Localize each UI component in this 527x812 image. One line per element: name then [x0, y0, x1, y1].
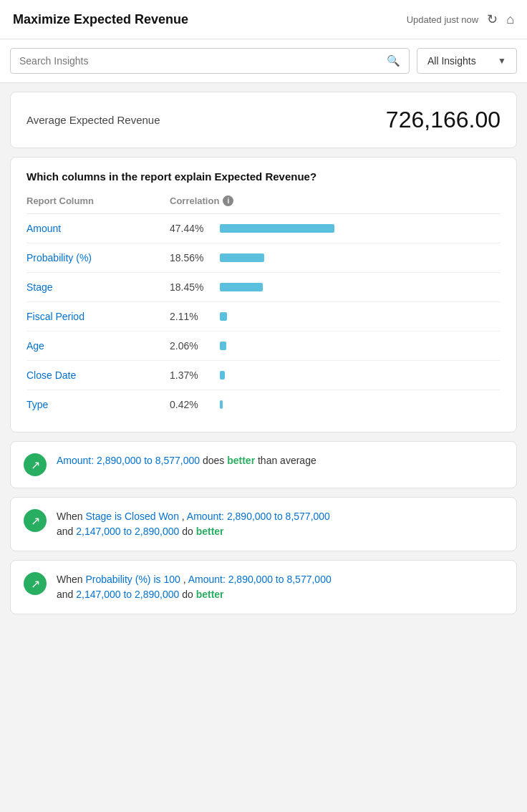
insight-link-amount2-2[interactable]: 2,147,000 to 2,890,000 [76, 526, 179, 537]
insight-link-amount-1[interactable]: Amount: 2,890,000 to 8,577,000 [57, 455, 200, 466]
insight-comma-3: , [183, 574, 188, 585]
info-icon[interactable]: i [223, 195, 233, 206]
bar-wrap-probability [220, 253, 501, 263]
page-title: Maximize Expected Revenue [13, 12, 188, 27]
insights-title: Which columns in the report explain Expe… [26, 170, 501, 183]
insight-better-3: better [196, 589, 224, 600]
trend-up-icon-1: ↗ [24, 453, 47, 476]
insight-better-1: better [227, 455, 255, 466]
insight-text-1: Amount: 2,890,000 to 8,577,000 does bett… [57, 453, 316, 468]
insight-and-3: and [57, 589, 76, 600]
trend-up-icon-3: ↗ [24, 572, 47, 595]
row-pct-type: 0.42% [170, 399, 220, 410]
table-header: Report Column Correlation i [26, 193, 501, 214]
correlation-card: Which columns in the report explain Expe… [10, 157, 517, 432]
col-label-correlation: Correlation i [170, 195, 233, 206]
insight-comma-2: , [182, 511, 187, 522]
avg-revenue-value: 726,166.00 [386, 107, 501, 133]
insight-item-2: ↗ When Stage is Closed Won , Amount: 2,8… [10, 497, 517, 551]
table-row: Age 2.06% [26, 332, 501, 361]
insight-middle-1: does [203, 455, 227, 466]
row-name-type[interactable]: Type [26, 399, 170, 410]
insight-text-3: When Probability (%) is 100 , Amount: 2,… [57, 572, 332, 602]
row-pct-probability: 18.56% [170, 252, 220, 264]
row-name-age[interactable]: Age [26, 340, 170, 352]
insight-item-1: ↗ Amount: 2,890,000 to 8,577,000 does be… [10, 441, 517, 488]
row-pct-age: 2.06% [170, 340, 220, 352]
bar-stage [220, 283, 263, 291]
row-pct-amount: 47.44% [170, 223, 220, 234]
row-name-fiscal-period[interactable]: Fiscal Period [26, 311, 170, 322]
insight-item-3: ↗ When Probability (%) is 100 , Amount: … [10, 560, 517, 614]
table-row: Type 0.42% [26, 390, 501, 419]
insight-do-2: do [182, 526, 195, 537]
search-input[interactable] [19, 55, 387, 67]
header: Maximize Expected Revenue Updated just n… [0, 0, 527, 39]
insight-link-probability-3[interactable]: Probability (%) is 100 [85, 574, 180, 585]
search-input-wrap[interactable]: 🔍 [10, 48, 410, 74]
bar-amount [220, 224, 334, 233]
insight-text-2: When Stage is Closed Won , Amount: 2,890… [57, 509, 330, 539]
table-row: Probability (%) 18.56% [26, 243, 501, 273]
row-pct-close-date: 1.37% [170, 369, 220, 381]
bar-wrap-stage [220, 282, 501, 292]
insight-prefix-3: When [57, 574, 85, 585]
insight-and-2: and [57, 526, 76, 537]
bar-wrap-fiscal-period [220, 311, 501, 322]
trend-up-icon-2: ↗ [24, 509, 47, 532]
insight-link-amount-2[interactable]: Amount: 2,890,000 to 8,577,000 [187, 511, 330, 522]
bar-wrap-age [220, 341, 501, 351]
table-row: Stage 18.45% [26, 273, 501, 302]
row-name-amount[interactable]: Amount [26, 223, 170, 234]
main-content: Average Expected Revenue 726,166.00 Whic… [0, 83, 527, 623]
row-pct-stage: 18.45% [170, 281, 220, 293]
filter-label: All Insights [427, 55, 476, 67]
bar-fiscal-period [220, 312, 227, 321]
avg-revenue-label: Average Expected Revenue [26, 114, 160, 126]
insight-link-amount-3[interactable]: Amount: 2,890,000 to 8,577,000 [188, 574, 332, 585]
search-icon: 🔍 [387, 54, 400, 67]
refresh-icon[interactable]: ↻ [487, 11, 498, 27]
table-row: Close Date 1.37% [26, 361, 501, 390]
row-name-close-date[interactable]: Close Date [26, 369, 170, 381]
bar-type [220, 400, 223, 409]
insight-suffix-1: than average [258, 455, 316, 466]
bar-wrap-close-date [220, 370, 501, 380]
avg-revenue-card: Average Expected Revenue 726,166.00 [10, 92, 517, 148]
insight-link-stage-2[interactable]: Stage is Closed Won [85, 511, 178, 522]
insight-better-2: better [196, 526, 224, 537]
insight-prefix-2: When [57, 511, 85, 522]
bar-age [220, 342, 226, 350]
search-bar-row: 🔍 All Insights ▼ [0, 39, 527, 83]
table-row: Fiscal Period 2.11% [26, 302, 501, 332]
bar-probability [220, 253, 264, 262]
updated-timestamp: Updated just now [407, 14, 478, 25]
table-row: Amount 47.44% [26, 214, 501, 243]
row-name-stage[interactable]: Stage [26, 281, 170, 293]
col-label-report: Report Column [26, 195, 170, 206]
header-actions: Updated just now ↻ ⌂ [407, 11, 514, 27]
row-name-probability[interactable]: Probability (%) [26, 252, 170, 264]
insight-do-3: do [182, 589, 195, 600]
bar-wrap-type [220, 400, 501, 410]
home-icon[interactable]: ⌂ [506, 12, 514, 27]
bar-close-date [220, 371, 225, 380]
insight-link-amount2-3[interactable]: 2,147,000 to 2,890,000 [76, 589, 179, 600]
chevron-down-icon: ▼ [498, 56, 506, 66]
row-pct-fiscal-period: 2.11% [170, 311, 220, 322]
bar-wrap-amount [220, 223, 501, 233]
filter-dropdown[interactable]: All Insights ▼ [417, 48, 517, 74]
